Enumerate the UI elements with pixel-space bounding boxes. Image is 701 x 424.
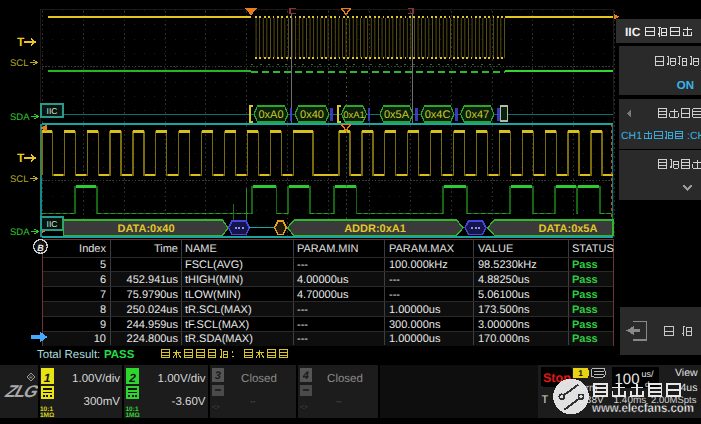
svg-text:STATUS: STATUS [572,243,614,255]
svg-text:7: 7 [100,289,106,301]
svg-text:---: --- [297,333,308,345]
svg-text:---: --- [297,319,308,331]
svg-text:4: 4 [302,370,309,382]
svg-text:T: T [17,151,25,165]
svg-text:FSCL(AVG): FSCL(AVG) [185,259,243,271]
svg-text:Closed: Closed [327,373,363,385]
svg-text:---: --- [297,259,308,271]
svg-text:5: 5 [100,259,106,271]
svg-text:8: 8 [100,304,106,316]
svg-text:www.elecfans.com: www.elecfans.com [591,401,694,415]
svg-text:1MΩ: 1MΩ [40,412,54,419]
svg-text:SCL: SCL [10,58,28,69]
svg-text:Pass: Pass [572,333,598,345]
svg-text:10: 10 [94,333,106,345]
svg-text:1.00V/div: 1.00V/div [72,373,120,385]
svg-text:Pass: Pass [572,319,598,331]
svg-text:View: View [675,367,698,379]
svg-text:3.00000ns: 3.00000ns [478,319,530,331]
svg-text::CH: :CH [687,130,701,142]
svg-text:us/: us/ [642,369,655,379]
svg-text:SDA: SDA [10,112,30,123]
svg-text:100.000kHz: 100.000kHz [389,259,448,271]
svg-text:1.00000us: 1.00000us [389,333,441,345]
svg-text:Index: Index [79,243,106,255]
svg-text:B: B [37,243,44,253]
svg-text:Time: Time [154,243,178,255]
svg-text:IIC: IIC [47,106,58,116]
svg-text:R: R [29,375,33,381]
svg-text:300mV: 300mV [84,396,121,408]
svg-text:-3.60V: -3.60V [172,396,206,408]
svg-text:PASS: PASS [104,349,135,361]
svg-text:244.959us: 244.959us [127,319,179,331]
svg-text:0x4C: 0x4C [425,109,451,121]
svg-text:1.00V/div: 1.00V/div [158,373,206,385]
svg-text:---: --- [389,274,400,286]
svg-text:--: -- [336,397,342,406]
svg-text:---: --- [297,304,308,316]
svg-text:5.06100us: 5.06100us [478,289,530,301]
svg-text:PARAM.MAX: PARAM.MAX [389,243,455,255]
svg-text:75.9790us: 75.9790us [127,289,179,301]
svg-text:tHIGH(MIN): tHIGH(MIN) [185,274,243,286]
svg-text:-:-: -:- [212,402,220,411]
svg-text:tR.SCL(MAX): tR.SCL(MAX) [185,304,252,316]
svg-text:DATA:0x40: DATA:0x40 [117,223,174,235]
svg-text:98.5230kHz: 98.5230kHz [478,259,537,271]
svg-text:452.941us: 452.941us [127,274,179,286]
svg-text:0xA1: 0xA1 [343,110,365,121]
svg-text:tLOW(MIN): tLOW(MIN) [185,289,241,301]
svg-text:0x47: 0x47 [465,109,489,121]
svg-text:4.00000us: 4.00000us [297,274,349,286]
svg-text:2: 2 [128,371,136,385]
svg-text:tF.SCL(MAX): tF.SCL(MAX) [185,319,249,331]
svg-text:ON: ON [677,80,694,92]
svg-text:SDA: SDA [10,227,30,238]
svg-text:1MΩ: 1MΩ [126,412,140,419]
svg-text:T: T [542,394,549,406]
svg-text:1.00000us: 1.00000us [389,304,441,316]
svg-text:DATA:0x5A: DATA:0x5A [539,223,598,235]
svg-text:0xA0: 0xA0 [258,109,283,121]
svg-text:6: 6 [100,274,106,286]
svg-text:300.000ns: 300.000ns [389,319,441,331]
svg-text:---: --- [389,289,400,301]
svg-text:Pass: Pass [572,259,598,271]
svg-text:250.024us: 250.024us [127,304,179,316]
svg-text:9: 9 [100,319,106,331]
svg-text:IIC: IIC [625,25,641,39]
svg-text:--: -- [250,397,256,406]
svg-text:SCL: SCL [10,174,28,185]
svg-text:Pass: Pass [572,274,598,286]
svg-text:NAME: NAME [185,243,217,255]
svg-text:PARAM.MIN: PARAM.MIN [297,243,359,255]
svg-text:3: 3 [215,370,221,382]
svg-text:Pass: Pass [572,304,598,316]
svg-text:tR.SDA(MAX): tR.SDA(MAX) [185,333,253,345]
svg-text:173.500ns: 173.500ns [478,304,530,316]
svg-text:0x40: 0x40 [300,109,324,121]
svg-text:-:-: -:- [300,402,308,411]
svg-text:4.88250us: 4.88250us [478,274,530,286]
svg-text:4.70000us: 4.70000us [297,289,349,301]
svg-text:CH1: CH1 [621,130,642,142]
svg-text:VALUE: VALUE [478,243,513,255]
svg-text:170.000ns: 170.000ns [478,333,530,345]
svg-text:4us: 4us [681,382,698,394]
svg-text:0x5A: 0x5A [384,109,410,121]
svg-text:Pass: Pass [572,289,598,301]
svg-text:1: 1 [44,371,51,385]
svg-text:Total Result:: Total Result: [37,349,100,361]
svg-text:T: T [17,35,25,49]
svg-text:IIC: IIC [47,219,58,229]
svg-text:Closed: Closed [241,373,277,385]
svg-text:224.800us: 224.800us [127,333,179,345]
svg-text:ADDR:0xA1: ADDR:0xA1 [344,223,406,235]
svg-text:1: 1 [578,368,583,378]
